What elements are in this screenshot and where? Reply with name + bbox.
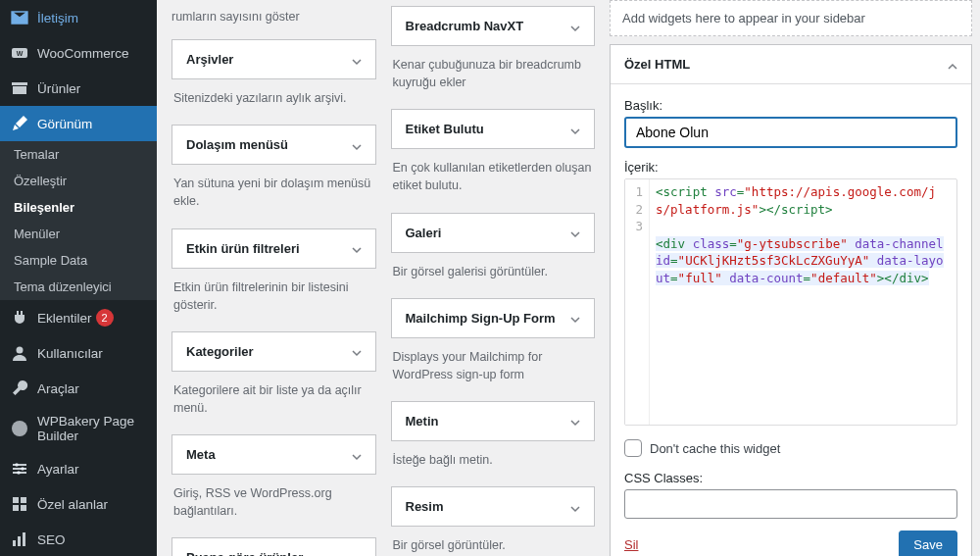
- chevron-down-icon: [570, 227, 580, 237]
- widget-header[interactable]: Arşivler: [172, 40, 375, 78]
- sidebar-item-label: Eklentiler: [37, 311, 92, 326]
- sidebar-item-ayarlar[interactable]: Ayarlar: [0, 451, 157, 486]
- save-button[interactable]: Save: [899, 531, 957, 556]
- widget-title: Etiket Bulutu: [406, 122, 484, 136]
- widget-desc: Kategorilere ait bir liste ya da açılır …: [172, 372, 376, 434]
- sidebar-item-label: Araçlar: [37, 381, 79, 396]
- css-classes-input[interactable]: [624, 489, 957, 519]
- widget-title: Kategoriler: [186, 344, 254, 359]
- widget-desc: Bir görsel görüntüler.: [391, 527, 596, 556]
- sidebar-item-label: Ayarlar: [37, 462, 79, 477]
- available-widget[interactable]: Kategoriler: [172, 331, 376, 372]
- sidebar-item-özel-alanlar[interactable]: Özel alanlar: [0, 486, 157, 522]
- available-widget[interactable]: Metin: [391, 401, 596, 441]
- available-widget[interactable]: Galeri: [391, 213, 596, 253]
- available-widget[interactable]: Dolaşım menüsü: [172, 125, 376, 165]
- available-widget[interactable]: Puana göre ürünler: [172, 537, 376, 556]
- main-content: rumların sayısını göster ArşivlerSiteniz…: [157, 0, 980, 556]
- widget-title: Puana göre ürünler: [186, 550, 303, 556]
- svg-point-3: [12, 421, 27, 436]
- widget-desc: Bir görsel galerisi görüntüler.: [391, 253, 596, 298]
- sidebar-item-woocommerce[interactable]: WWooCommerce: [0, 35, 157, 71]
- widget-desc: Kenar çubuğunuza bir breadcrumb kuyruğu …: [391, 46, 596, 109]
- widget-header[interactable]: Metin: [392, 402, 595, 440]
- sidebar-item-eklentiler[interactable]: Eklentiler2: [0, 300, 157, 335]
- available-widget[interactable]: Resim: [391, 486, 596, 527]
- svg-point-2: [17, 347, 24, 354]
- seo-icon: [10, 530, 29, 549]
- widget-desc: Giriş, RSS ve WordPress.org bağlantıları…: [172, 475, 376, 537]
- chevron-down-icon: [352, 243, 362, 253]
- svg-rect-11: [13, 540, 16, 546]
- sidebar-item-i̇letişim[interactable]: İletişim: [0, 0, 157, 35]
- widget-title: Resim: [406, 499, 444, 514]
- sidebar-item-kullanıcılar[interactable]: Kullanıcılar: [0, 335, 157, 371]
- sidebar-widget-area: Add widgets here to appear in your sideb…: [610, 0, 972, 556]
- sidebar-subitem-sample-data[interactable]: Sample Data: [0, 247, 157, 274]
- svg-rect-9: [13, 505, 19, 511]
- widget-custom-html-header[interactable]: Özel HTML: [611, 45, 971, 84]
- sidebar-item-label: Özel alanlar: [37, 497, 108, 512]
- svg-rect-7: [13, 497, 19, 503]
- wpb-icon: [10, 419, 29, 438]
- available-widget[interactable]: Meta: [172, 434, 376, 475]
- svg-rect-12: [18, 536, 21, 546]
- sidebar-subitem-menüler[interactable]: Menüler: [0, 221, 157, 247]
- code-editor[interactable]: 1 2 3 <script src="https://apis.google.c…: [624, 178, 957, 426]
- widget-header[interactable]: Meta: [172, 435, 375, 474]
- widget-header[interactable]: Etiket Bulutu: [392, 110, 595, 148]
- chevron-up-icon: [948, 60, 957, 70]
- title-input[interactable]: [624, 117, 957, 148]
- wrench-icon: [10, 379, 29, 398]
- sidebar-subitem-temalar[interactable]: Temalar: [0, 141, 157, 168]
- code-content[interactable]: <script src="https://apis.google.com/js/…: [650, 179, 956, 425]
- svg-rect-10: [21, 505, 26, 511]
- update-badge: 2: [96, 309, 114, 327]
- sidebar-item-görünüm[interactable]: Görünüm: [0, 106, 157, 141]
- chevron-down-icon: [352, 450, 362, 460]
- widget-desc: Etkin ürün filtrelerinin bir listesini g…: [172, 269, 376, 331]
- available-widget[interactable]: Arşivler: [172, 39, 376, 79]
- widget-header[interactable]: Galeri: [392, 214, 595, 252]
- widget-custom-html: Özel HTML Başlık: İçerik: 1 2 3: [610, 44, 972, 556]
- chevron-down-icon: [352, 346, 362, 356]
- widget-header[interactable]: Etkin ürün filtreleri: [172, 229, 375, 268]
- widget-desc: Displays your Mailchimp for WordPress si…: [391, 338, 596, 401]
- available-widget[interactable]: Etiket Bulutu: [391, 109, 596, 149]
- sidebar-subitem-bileşenler[interactable]: Bileşenler: [0, 194, 157, 221]
- chevron-down-icon: [570, 313, 580, 323]
- chevron-down-icon: [570, 502, 580, 512]
- css-classes-label: CSS Classes:: [624, 471, 957, 485]
- code-gutter: 1 2 3: [625, 179, 650, 425]
- sidebar-item-label: SEO: [37, 532, 66, 547]
- widget-header[interactable]: Kategoriler: [172, 332, 375, 371]
- widget-header[interactable]: Resim: [392, 487, 595, 526]
- widget-title: Arşivler: [186, 52, 233, 67]
- delete-link[interactable]: Sil: [624, 537, 638, 552]
- sidebar-item-ürünler[interactable]: Ürünler: [0, 71, 157, 106]
- sidebar-item-seo[interactable]: SEO: [0, 522, 157, 556]
- widget-header[interactable]: Dolaşım menüsü: [172, 126, 375, 164]
- available-widget[interactable]: Etkin ürün filtreleri: [172, 228, 376, 269]
- title-label: Başlık:: [624, 98, 957, 113]
- available-widget[interactable]: Mailchimp Sign-Up Form: [391, 298, 596, 338]
- sidebar-item-wpbakery-page-builder[interactable]: WPBakery Page Builder: [0, 406, 157, 451]
- sidebar-item-label: İletişim: [37, 11, 78, 25]
- widget-header[interactable]: Mailchimp Sign-Up Form: [392, 299, 595, 337]
- widget-title: Mailchimp Sign-Up Form: [406, 311, 556, 326]
- sidebar-subitem-özelleştir[interactable]: Özelleştir: [0, 168, 157, 194]
- sidebar-subitem-tema-düzenleyici[interactable]: Tema düzenleyici: [0, 274, 157, 300]
- widget-custom-html-title: Özel HTML: [624, 57, 690, 72]
- svg-point-6: [17, 471, 21, 475]
- widget-header[interactable]: Puana göre ürünler: [172, 538, 375, 556]
- sidebar-item-label: WooCommerce: [37, 46, 129, 61]
- chevron-down-icon: [570, 22, 580, 31]
- sidebar-area-hint: Add widgets here to appear in your sideb…: [610, 0, 972, 36]
- widget-header[interactable]: Breadcrumb NavXT: [392, 7, 595, 45]
- available-widget[interactable]: Breadcrumb NavXT: [391, 6, 596, 46]
- plugin-icon: [10, 308, 29, 328]
- sidebar-item-araçlar[interactable]: Araçlar: [0, 371, 157, 406]
- content-label: İçerik:: [624, 160, 957, 175]
- svg-text:W: W: [17, 50, 24, 57]
- cache-checkbox[interactable]: [624, 439, 642, 457]
